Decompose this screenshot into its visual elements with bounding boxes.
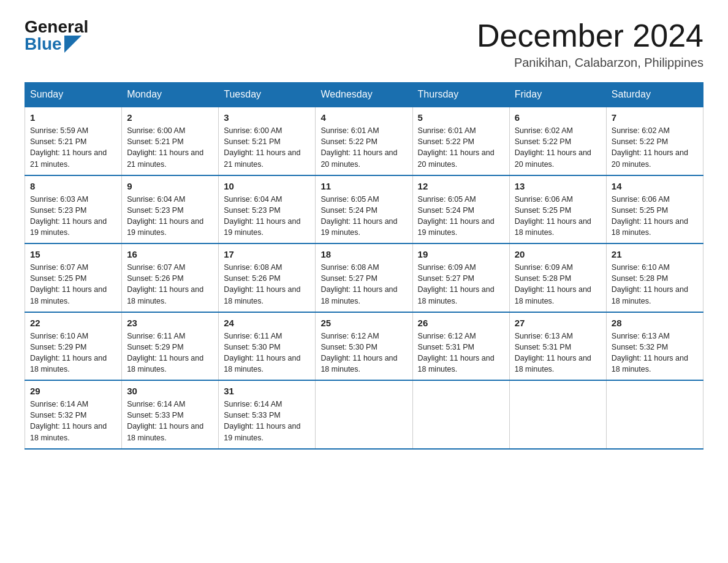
calendar-header-thursday: Thursday: [412, 83, 509, 107]
day-number: 14: [612, 181, 698, 191]
day-number: 15: [30, 249, 116, 259]
day-info: Sunrise: 5:59 AMSunset: 5:21 PMDaylight:…: [30, 125, 116, 170]
calendar-week-row: 15 Sunrise: 6:07 AMSunset: 5:25 PMDaylig…: [25, 243, 703, 312]
day-info: Sunrise: 6:14 AMSunset: 5:33 PMDaylight:…: [127, 399, 213, 443]
day-number: 6: [515, 112, 601, 123]
day-info: Sunrise: 6:09 AMSunset: 5:27 PMDaylight:…: [418, 262, 504, 307]
calendar-header-saturday: Saturday: [606, 83, 703, 107]
day-info: Sunrise: 6:11 AMSunset: 5:29 PMDaylight:…: [127, 331, 213, 375]
calendar-cell: 6 Sunrise: 6:02 AMSunset: 5:22 PMDayligh…: [509, 107, 606, 175]
day-number: 4: [320, 112, 407, 123]
calendar-cell: [316, 380, 412, 449]
day-info: Sunrise: 6:00 AMSunset: 5:21 PMDaylight:…: [224, 125, 310, 170]
calendar-header-friday: Friday: [509, 83, 606, 107]
day-number: 12: [418, 181, 504, 191]
day-info: Sunrise: 6:08 AMSunset: 5:26 PMDaylight:…: [224, 262, 310, 307]
day-number: 22: [30, 318, 116, 328]
calendar-cell: 7 Sunrise: 6:02 AMSunset: 5:22 PMDayligh…: [606, 107, 703, 175]
calendar-cell: 8 Sunrise: 6:03 AMSunset: 5:23 PMDayligh…: [25, 175, 122, 244]
day-number: 18: [320, 249, 407, 259]
day-info: Sunrise: 6:06 AMSunset: 5:25 PMDaylight:…: [612, 194, 698, 239]
day-info: Sunrise: 6:13 AMSunset: 5:31 PMDaylight:…: [515, 331, 601, 375]
calendar-header-monday: Monday: [122, 83, 219, 107]
day-info: Sunrise: 6:12 AMSunset: 5:30 PMDaylight:…: [320, 331, 407, 375]
day-number: 28: [612, 318, 698, 328]
calendar-cell: 31 Sunrise: 6:14 AMSunset: 5:33 PMDaylig…: [219, 380, 316, 449]
day-info: Sunrise: 6:04 AMSunset: 5:23 PMDaylight:…: [127, 194, 213, 239]
day-number: 19: [418, 249, 504, 259]
calendar-cell: 20 Sunrise: 6:09 AMSunset: 5:28 PMDaylig…: [509, 243, 606, 312]
calendar-cell: 10 Sunrise: 6:04 AMSunset: 5:23 PMDaylig…: [219, 175, 316, 244]
calendar-cell: 15 Sunrise: 6:07 AMSunset: 5:25 PMDaylig…: [25, 243, 122, 312]
calendar-cell: 11 Sunrise: 6:05 AMSunset: 5:24 PMDaylig…: [316, 175, 412, 244]
page-header: General Blue December 2024 Panikihan, Ca…: [25, 18, 703, 70]
title-block: December 2024 Panikihan, Calabarzon, Phi…: [477, 18, 703, 70]
day-info: Sunrise: 6:12 AMSunset: 5:31 PMDaylight:…: [418, 331, 504, 375]
calendar-cell: 28 Sunrise: 6:13 AMSunset: 5:32 PMDaylig…: [606, 312, 703, 381]
day-info: Sunrise: 6:13 AMSunset: 5:32 PMDaylight:…: [612, 331, 698, 375]
calendar-cell: 3 Sunrise: 6:00 AMSunset: 5:21 PMDayligh…: [219, 107, 316, 175]
logo: General Blue: [25, 18, 88, 53]
day-number: 23: [127, 318, 213, 328]
day-info: Sunrise: 6:00 AMSunset: 5:21 PMDaylight:…: [127, 125, 213, 170]
day-number: 8: [30, 181, 116, 191]
location-text: Panikihan, Calabarzon, Philippines: [477, 56, 703, 70]
day-info: Sunrise: 6:06 AMSunset: 5:25 PMDaylight:…: [515, 194, 601, 239]
logo-general-text: General: [25, 18, 88, 36]
day-info: Sunrise: 6:08 AMSunset: 5:27 PMDaylight:…: [320, 262, 407, 307]
day-info: Sunrise: 6:07 AMSunset: 5:26 PMDaylight:…: [127, 262, 213, 307]
day-info: Sunrise: 6:11 AMSunset: 5:30 PMDaylight:…: [224, 331, 310, 375]
calendar-header-wednesday: Wednesday: [316, 83, 412, 107]
calendar-cell: 13 Sunrise: 6:06 AMSunset: 5:25 PMDaylig…: [509, 175, 606, 244]
day-info: Sunrise: 6:10 AMSunset: 5:28 PMDaylight:…: [612, 262, 698, 307]
day-info: Sunrise: 6:14 AMSunset: 5:32 PMDaylight:…: [30, 399, 116, 443]
day-number: 20: [515, 249, 601, 259]
day-number: 26: [418, 318, 504, 328]
calendar-header-tuesday: Tuesday: [219, 83, 316, 107]
day-number: 9: [127, 181, 213, 191]
calendar-cell: 2 Sunrise: 6:00 AMSunset: 5:21 PMDayligh…: [122, 107, 219, 175]
calendar-cell: 16 Sunrise: 6:07 AMSunset: 5:26 PMDaylig…: [122, 243, 219, 312]
calendar-cell: 23 Sunrise: 6:11 AMSunset: 5:29 PMDaylig…: [122, 312, 219, 381]
calendar-cell: 25 Sunrise: 6:12 AMSunset: 5:30 PMDaylig…: [316, 312, 412, 381]
calendar-cell: 4 Sunrise: 6:01 AMSunset: 5:22 PMDayligh…: [316, 107, 412, 175]
day-number: 25: [320, 318, 407, 328]
month-title: December 2024: [477, 18, 703, 53]
day-info: Sunrise: 6:02 AMSunset: 5:22 PMDaylight:…: [515, 125, 601, 170]
day-number: 7: [612, 112, 698, 123]
calendar-cell: 19 Sunrise: 6:09 AMSunset: 5:27 PMDaylig…: [412, 243, 509, 312]
calendar-cell: 1 Sunrise: 5:59 AMSunset: 5:21 PMDayligh…: [25, 107, 122, 175]
day-info: Sunrise: 6:02 AMSunset: 5:22 PMDaylight:…: [612, 125, 698, 170]
calendar-cell: [606, 380, 703, 449]
logo-triangle-icon: [64, 36, 82, 53]
day-number: 2: [127, 112, 213, 123]
day-number: 24: [224, 318, 310, 328]
calendar-week-row: 22 Sunrise: 6:10 AMSunset: 5:29 PMDaylig…: [25, 312, 703, 381]
calendar-week-row: 29 Sunrise: 6:14 AMSunset: 5:32 PMDaylig…: [25, 380, 703, 449]
day-number: 3: [224, 112, 310, 123]
day-number: 17: [224, 249, 310, 259]
day-number: 1: [30, 112, 116, 123]
calendar-cell: 12 Sunrise: 6:05 AMSunset: 5:24 PMDaylig…: [412, 175, 509, 244]
calendar-header-sunday: Sunday: [25, 83, 122, 107]
day-info: Sunrise: 6:10 AMSunset: 5:29 PMDaylight:…: [30, 331, 116, 375]
day-number: 29: [30, 386, 116, 396]
day-info: Sunrise: 6:04 AMSunset: 5:23 PMDaylight:…: [224, 194, 310, 239]
calendar-cell: 29 Sunrise: 6:14 AMSunset: 5:32 PMDaylig…: [25, 380, 122, 449]
day-info: Sunrise: 6:05 AMSunset: 5:24 PMDaylight:…: [418, 194, 504, 239]
day-number: 31: [224, 386, 310, 396]
day-number: 30: [127, 386, 213, 396]
day-number: 27: [515, 318, 601, 328]
calendar-cell: 17 Sunrise: 6:08 AMSunset: 5:26 PMDaylig…: [219, 243, 316, 312]
day-info: Sunrise: 6:09 AMSunset: 5:28 PMDaylight:…: [515, 262, 601, 307]
calendar-cell: 14 Sunrise: 6:06 AMSunset: 5:25 PMDaylig…: [606, 175, 703, 244]
day-info: Sunrise: 6:14 AMSunset: 5:33 PMDaylight:…: [224, 399, 310, 443]
day-info: Sunrise: 6:01 AMSunset: 5:22 PMDaylight:…: [418, 125, 504, 170]
calendar-cell: 26 Sunrise: 6:12 AMSunset: 5:31 PMDaylig…: [412, 312, 509, 381]
calendar-cell: 18 Sunrise: 6:08 AMSunset: 5:27 PMDaylig…: [316, 243, 412, 312]
calendar-cell: 5 Sunrise: 6:01 AMSunset: 5:22 PMDayligh…: [412, 107, 509, 175]
day-number: 11: [320, 181, 407, 191]
calendar-cell: 21 Sunrise: 6:10 AMSunset: 5:28 PMDaylig…: [606, 243, 703, 312]
calendar-cell: [412, 380, 509, 449]
logo-blue-text: Blue: [25, 36, 82, 53]
